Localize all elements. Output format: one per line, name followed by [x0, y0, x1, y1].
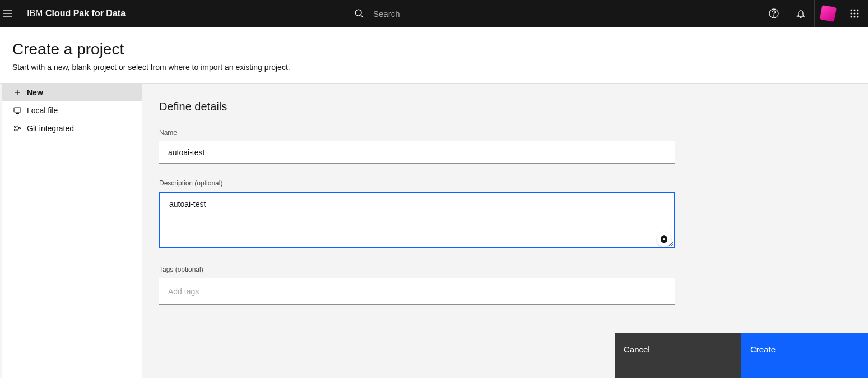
- field-name: Name: [159, 129, 675, 164]
- page-header: Create a project Start with a new, blank…: [0, 27, 868, 84]
- svg-point-9: [857, 10, 859, 11]
- search-input[interactable]: [373, 9, 597, 18]
- svg-point-15: [857, 16, 859, 18]
- form-heading: Define details: [159, 100, 851, 113]
- svg-point-14: [854, 16, 856, 18]
- page-subtitle: Start with a new, blank project or selec…: [12, 63, 856, 72]
- tags-label: Tags (optional): [159, 266, 675, 273]
- svg-point-10: [851, 13, 852, 15]
- svg-point-21: [15, 129, 16, 131]
- avatar-button[interactable]: [814, 0, 841, 27]
- menu-button[interactable]: [0, 0, 27, 27]
- sidebar-item-local-file[interactable]: Local file: [2, 101, 142, 119]
- svg-point-3: [355, 10, 361, 16]
- main-form: Define details Name Description (optiona…: [142, 84, 868, 378]
- hexagon-icon: [660, 235, 669, 244]
- svg-point-12: [857, 13, 859, 15]
- create-button[interactable]: Create: [741, 333, 868, 378]
- sidebar-item-git[interactable]: Git integrated: [2, 119, 142, 137]
- name-input[interactable]: [159, 141, 675, 164]
- svg-point-6: [773, 16, 774, 16]
- grid-icon: [850, 8, 860, 18]
- cancel-button[interactable]: Cancel: [615, 333, 741, 378]
- sidebar-item-label: Local file: [27, 106, 58, 115]
- footer-buttons: Cancel Create: [615, 333, 868, 378]
- divider: [159, 321, 675, 321]
- description-wrap: [159, 192, 675, 250]
- app-switcher-button[interactable]: [841, 0, 868, 27]
- help-icon: [768, 8, 779, 19]
- svg-point-13: [851, 16, 852, 18]
- svg-point-20: [15, 126, 16, 128]
- name-label: Name: [159, 129, 675, 137]
- description-label: Description (optional): [159, 179, 675, 187]
- svg-rect-18: [14, 108, 21, 112]
- sidebar: New Local file Git integrated: [2, 84, 142, 378]
- page-title: Create a project: [12, 40, 856, 58]
- plus-icon: [13, 89, 21, 96]
- help-button[interactable]: [760, 0, 787, 27]
- svg-point-7: [851, 10, 852, 11]
- git-icon: [13, 124, 21, 132]
- sidebar-item-new[interactable]: New: [2, 84, 142, 101]
- content-body: New Local file Git integrated Define det…: [0, 84, 868, 378]
- brand-bold: Cloud Pak for Data: [45, 8, 126, 18]
- svg-point-24: [663, 238, 665, 240]
- svg-point-11: [854, 13, 856, 15]
- brand-title: IBM Cloud Pak for Data: [27, 8, 126, 18]
- assistant-badge[interactable]: [657, 232, 671, 247]
- svg-line-4: [361, 15, 363, 17]
- notifications-button[interactable]: [787, 0, 814, 27]
- sidebar-item-label: New: [27, 88, 43, 97]
- header-actions: [760, 0, 868, 27]
- brand-prefix: IBM: [27, 8, 45, 18]
- bell-icon: [795, 8, 806, 19]
- avatar-icon: [819, 5, 836, 22]
- search-wrap: [354, 0, 597, 27]
- global-header: IBM Cloud Pak for Data: [0, 0, 868, 27]
- hamburger-icon: [2, 8, 13, 19]
- search-icon: [354, 8, 364, 18]
- monitor-icon: [13, 106, 21, 114]
- tags-input[interactable]: [159, 278, 675, 305]
- description-input[interactable]: [159, 192, 675, 248]
- sidebar-item-label: Git integrated: [27, 124, 74, 133]
- svg-point-8: [854, 10, 856, 11]
- field-tags: Tags (optional): [159, 266, 675, 305]
- field-description: Description (optional): [159, 179, 675, 250]
